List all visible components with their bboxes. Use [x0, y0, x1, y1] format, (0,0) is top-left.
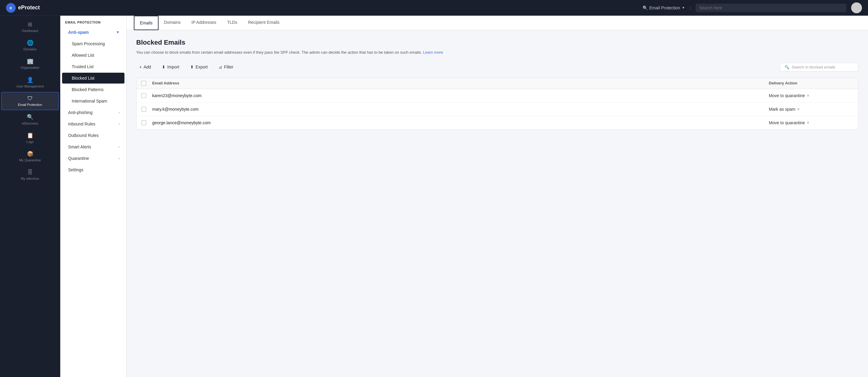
search-icon: 🔍	[643, 5, 648, 10]
select-all-checkbox[interactable]	[141, 81, 146, 86]
delivery-action-cell: Mark as spam ∨	[769, 107, 853, 112]
search-icon: 🔍	[784, 65, 789, 69]
search-context[interactable]: 🔍 Email Protection ▼	[643, 5, 685, 10]
dashboard-icon: ⊞	[28, 21, 32, 28]
delivery-action-dropdown[interactable]: Move to quarantine ∨	[769, 120, 809, 125]
import-button[interactable]: ⬇ Import	[159, 63, 182, 71]
export-icon: ⬆	[190, 64, 194, 69]
row-checkbox-col	[141, 107, 152, 112]
delivery-action-dropdown[interactable]: Mark as spam ∨	[769, 107, 800, 112]
sidebar-item-spam-processing[interactable]: Spam Processing	[62, 38, 124, 49]
table-header: Email Address Delivery Action	[136, 78, 858, 89]
ediscovery-icon: 🔍	[27, 114, 33, 120]
outbound-rules-label: Outbound Rules	[68, 133, 98, 138]
sidebar-item-logs[interactable]: 📋 Logs	[1, 129, 59, 147]
sidebar-item-quarantine[interactable]: Quarantine ›	[62, 153, 124, 164]
table-row: mary.k@moneybyte.com Mark as spam ∨	[136, 103, 858, 116]
row-checkbox[interactable]	[141, 93, 146, 98]
sidebar-item-organization[interactable]: 🏢 Organization	[1, 55, 59, 73]
header-action: Delivery Action	[769, 81, 853, 85]
smart-alerts-label: Smart Alerts	[68, 144, 91, 149]
anti-phishing-label: Anti-phishing	[68, 110, 93, 115]
chevron-down-icon: ∨	[807, 93, 809, 97]
sidebar-item-label: User Management	[16, 84, 44, 88]
sidebar-item-label: My Quarantine	[19, 158, 41, 162]
sidebar-item-inbound-rules[interactable]: Inbound Rules ›	[62, 118, 124, 129]
blocked-patterns-label: Blocked Patterns	[72, 87, 104, 92]
sidebar-item-allowed-list[interactable]: Allowed List	[62, 50, 124, 61]
topnav: e eProtect 🔍 Email Protection ▼ |	[0, 0, 868, 16]
filter-icon: ⊿	[218, 64, 222, 69]
learn-more-link[interactable]: Learn more	[423, 50, 443, 55]
sidebar-item-label: My eArchive	[21, 177, 39, 181]
search-in-blocked-emails[interactable]: 🔍 Search in blocked emails	[780, 63, 858, 71]
chevron-down-icon: ▼	[116, 30, 120, 34]
sidebar-item-label: Domains	[24, 47, 36, 51]
sidebar-item-email-protection[interactable]: 🛡 Email Protection	[1, 92, 59, 110]
main-content: Emails Domains IP Addresses TLDs Recipie…	[127, 16, 868, 377]
sub-sidebar-section-title: EMAIL PROTECTION	[60, 16, 126, 27]
header-email: Email Address	[152, 81, 769, 85]
row-checkbox[interactable]	[141, 120, 146, 125]
sidebar-nav-items: ⊞ Dashboard 🌐 Domains 🏢 Organization 👤 U…	[0, 16, 60, 186]
chevron-down-icon: ∨	[807, 121, 809, 124]
header-checkbox-col	[141, 81, 152, 86]
settings-label: Settings	[68, 167, 84, 172]
tab-tlds[interactable]: TLDs	[222, 16, 243, 30]
sidebar-item-dashboard[interactable]: ⊞ Dashboard	[1, 18, 59, 36]
sidebar-item-settings[interactable]: Settings	[62, 164, 124, 175]
chevron-right-icon: ›	[119, 122, 120, 126]
sidebar-item-my-quarantine[interactable]: 📦 My Quarantine	[1, 147, 59, 165]
add-button[interactable]: + Add	[136, 63, 154, 71]
search-context-label: Email Protection	[650, 5, 680, 10]
international-spam-label: International Spam	[72, 98, 107, 104]
sidebar-item-anti-spam[interactable]: Anti-spam ▼	[62, 27, 124, 38]
table-row: george.lance@moneybyte.com Move to quara…	[136, 116, 858, 129]
delivery-action-cell: Move to quarantine ∨	[769, 93, 853, 98]
tab-emails[interactable]: Emails	[134, 16, 158, 30]
row-checkbox-col	[141, 93, 152, 98]
sidebar-item-anti-phishing[interactable]: Anti-phishing ›	[62, 107, 124, 118]
chevron-down-icon: ▼	[682, 6, 685, 9]
sub-sidebar: EMAIL PROTECTION Anti-spam ▼ Spam Proces…	[60, 16, 127, 377]
email-address-cell: george.lance@moneybyte.com	[152, 120, 769, 125]
blocked-emails-table: Email Address Delivery Action karen23@mo…	[136, 78, 858, 130]
sidebar-item-blocked-list[interactable]: Blocked List	[62, 73, 124, 84]
allowed-list-label: Allowed List	[72, 53, 94, 58]
tab-domains[interactable]: Domains	[158, 16, 186, 30]
logo-area[interactable]: e eProtect	[6, 3, 66, 13]
quarantine-icon: 📦	[27, 150, 33, 157]
sidebar-item-ediscovery[interactable]: 🔍 eDiscovery	[1, 111, 59, 128]
chevron-right-icon: ›	[119, 156, 120, 161]
organization-icon: 🏢	[27, 58, 33, 64]
sidebar-item-label: Dashboard	[22, 29, 38, 33]
row-checkbox[interactable]	[141, 107, 146, 112]
export-button[interactable]: ⬆ Export	[187, 63, 211, 71]
inbound-rules-label: Inbound Rules	[68, 121, 95, 126]
tab-ip-addresses[interactable]: IP Addresses	[186, 16, 221, 30]
sidebar-item-outbound-rules[interactable]: Outbound Rules	[62, 130, 124, 141]
filter-button[interactable]: ⊿ Filter	[216, 63, 236, 71]
spam-processing-label: Spam Processing	[72, 41, 105, 46]
add-icon: +	[139, 64, 142, 69]
avatar[interactable]	[851, 2, 862, 13]
logs-icon: 📋	[27, 132, 33, 139]
tab-recipient-emails[interactable]: Recipient Emails	[243, 16, 285, 30]
content-area: Blocked Emails You can choose to block e…	[127, 30, 868, 377]
chevron-down-icon: ∨	[797, 107, 800, 111]
search-input[interactable]	[695, 4, 846, 12]
sidebar-item-domains[interactable]: 🌐 Domains	[1, 36, 59, 54]
sidebar-item-blocked-patterns[interactable]: Blocked Patterns	[62, 84, 124, 95]
sidebar: ⊞ Dashboard 🌐 Domains 🏢 Organization 👤 U…	[0, 16, 60, 377]
sidebar-item-international-spam[interactable]: International Spam	[62, 96, 124, 107]
blocked-list-label: Blocked List	[72, 76, 94, 81]
import-icon: ⬇	[162, 64, 165, 69]
sidebar-item-label: Organization	[21, 66, 39, 70]
sidebar-item-user-management[interactable]: 👤 User Management	[1, 74, 59, 91]
sidebar-item-trusted-list[interactable]: Trusted List	[62, 61, 124, 72]
chevron-right-icon: ›	[119, 110, 120, 115]
delivery-action-dropdown[interactable]: Move to quarantine ∨	[769, 93, 809, 98]
sidebar-item-smart-alerts[interactable]: Smart Alerts ›	[62, 141, 124, 152]
anti-spam-label: Anti-spam	[68, 30, 89, 35]
sidebar-item-my-earchive[interactable]: 🗄 My eArchive	[1, 166, 59, 184]
